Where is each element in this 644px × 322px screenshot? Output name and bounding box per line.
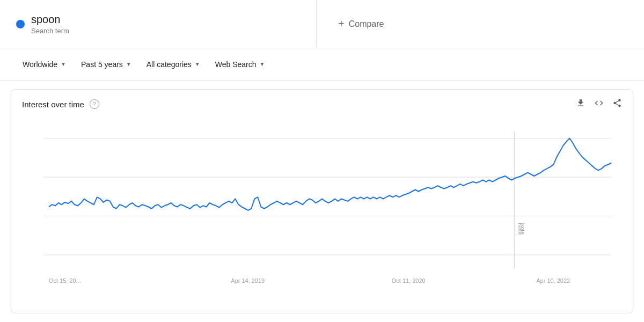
categories-label: All categories bbox=[147, 60, 192, 69]
main-content: Interest over time ? 100 bbox=[0, 80, 644, 322]
time-range-filter[interactable]: Past 5 years ▼ bbox=[75, 56, 138, 73]
download-icon[interactable] bbox=[576, 98, 586, 110]
search-type-label: Web Search bbox=[215, 60, 257, 69]
svg-text:Apr 10, 2022: Apr 10, 2022 bbox=[536, 277, 570, 284]
embed-icon[interactable] bbox=[594, 98, 604, 110]
term-name: spoon bbox=[31, 13, 69, 26]
svg-text:Note: Note bbox=[517, 223, 523, 235]
chart-title-group: Interest over time ? bbox=[22, 99, 99, 109]
compare-label: Compare bbox=[349, 19, 384, 29]
chart-card: Interest over time ? 100 bbox=[11, 89, 633, 313]
location-filter[interactable]: Worldwide ▼ bbox=[16, 56, 72, 73]
chart-header: Interest over time ? bbox=[11, 90, 633, 114]
trend-chart: 100 75 50 25 Note Note Oct 15, 20... Apr… bbox=[43, 114, 622, 309]
chart-container: 100 75 50 25 Note Note Oct 15, 20... Apr… bbox=[11, 114, 633, 309]
location-label: Worldwide bbox=[23, 60, 57, 69]
search-term-dot bbox=[16, 20, 25, 28]
search-term-panel: spoon Search term bbox=[0, 0, 317, 48]
search-type-chevron-icon: ▼ bbox=[259, 61, 265, 67]
svg-text:Oct 15, 20...: Oct 15, 20... bbox=[49, 277, 81, 284]
term-label: Search term bbox=[31, 27, 69, 35]
categories-filter[interactable]: All categories ▼ bbox=[140, 56, 207, 73]
categories-chevron-icon: ▼ bbox=[195, 61, 200, 67]
chart-actions bbox=[576, 98, 622, 110]
chart-title: Interest over time bbox=[22, 100, 84, 109]
compare-panel: + Compare bbox=[317, 0, 644, 48]
share-icon[interactable] bbox=[612, 98, 622, 110]
compare-button[interactable]: + Compare bbox=[338, 18, 384, 30]
time-range-chevron-icon: ▼ bbox=[126, 61, 131, 67]
time-range-label: Past 5 years bbox=[81, 60, 123, 69]
help-icon[interactable]: ? bbox=[90, 99, 99, 109]
header-section: spoon Search term + Compare bbox=[0, 0, 644, 48]
term-info: spoon Search term bbox=[31, 13, 69, 35]
location-chevron-icon: ▼ bbox=[61, 61, 66, 67]
svg-text:Oct 11, 2020: Oct 11, 2020 bbox=[392, 277, 426, 284]
search-type-filter[interactable]: Web Search ▼ bbox=[209, 56, 272, 73]
compare-plus-icon: + bbox=[338, 18, 345, 30]
svg-text:Apr 14, 2019: Apr 14, 2019 bbox=[231, 277, 265, 284]
filter-bar: Worldwide ▼ Past 5 years ▼ All categorie… bbox=[0, 48, 644, 80]
